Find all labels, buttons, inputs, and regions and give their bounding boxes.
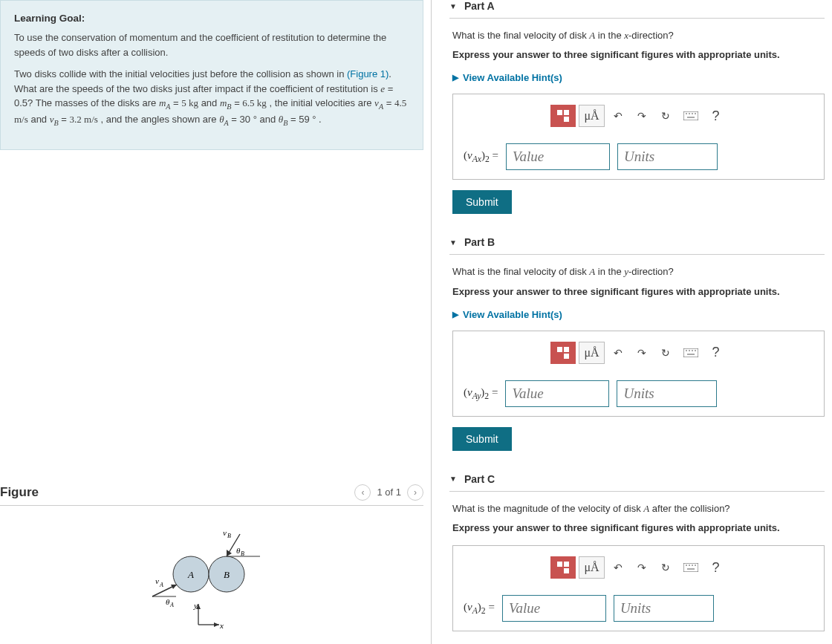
- part-b-question: What is the final velocity of disk A in …: [452, 265, 825, 279]
- reset-button[interactable]: ↻: [655, 556, 676, 579]
- redo-button[interactable]: ↷: [631, 556, 652, 579]
- learning-goal-heading: Learning Goal:: [14, 11, 409, 26]
- svg-rect-35: [564, 354, 569, 359]
- part-b-submit-button[interactable]: Submit: [452, 427, 512, 451]
- part-c-answer-box: μÅ ↶ ↷ ↻ ? (vA)2 =: [452, 545, 825, 631]
- figure-counter: 1 of 1: [377, 487, 401, 498]
- figure-next-button[interactable]: ›: [407, 484, 423, 501]
- figure-heading: Figure: [0, 485, 39, 500]
- part-a-value-input[interactable]: [506, 143, 610, 170]
- figure-image: A B v A θ A v B θ B: [0, 521, 423, 632]
- figure-nav: ‹ 1 of 1 ›: [354, 484, 423, 501]
- units-button[interactable]: μÅ: [579, 342, 604, 364]
- svg-rect-27: [683, 111, 698, 120]
- figure-link[interactable]: (Figure 1): [347, 68, 389, 79]
- redo-button[interactable]: ↷: [631, 342, 652, 364]
- part-a-units-input[interactable]: [617, 143, 718, 170]
- help-button[interactable]: ?: [706, 556, 727, 579]
- svg-text:B: B: [227, 533, 231, 539]
- part-a-title: Part A: [464, 0, 495, 12]
- caret-down-icon: ▼: [449, 238, 457, 247]
- svg-text:A: A: [169, 602, 174, 608]
- figure-prev-button[interactable]: ‹: [354, 484, 371, 501]
- svg-rect-44: [564, 568, 569, 573]
- svg-rect-34: [564, 347, 569, 352]
- units-button[interactable]: μÅ: [579, 556, 604, 579]
- svg-rect-36: [683, 348, 698, 357]
- part-b-title: Part B: [464, 236, 495, 248]
- reset-button[interactable]: ↻: [655, 342, 676, 364]
- svg-text:x: x: [219, 621, 224, 630]
- svg-rect-33: [557, 347, 562, 352]
- part-b-units-input[interactable]: [617, 380, 717, 407]
- template-button[interactable]: [550, 105, 576, 127]
- part-c-units-input[interactable]: [614, 595, 714, 622]
- svg-marker-12: [227, 550, 232, 556]
- learning-goal-box: Learning Goal: To use the conservation o…: [0, 0, 423, 150]
- caret-right-icon: ▶: [452, 73, 458, 82]
- svg-rect-43: [564, 562, 569, 567]
- part-c-header[interactable]: ▼ Part C: [449, 473, 825, 492]
- part-c-value-input[interactable]: [502, 595, 606, 622]
- help-button[interactable]: ?: [706, 342, 727, 364]
- part-a-answer-box: μÅ ↶ ↷ ↻ ? (vAx)2 =: [452, 94, 825, 180]
- caret-right-icon: ▶: [452, 310, 458, 319]
- part-a-directions: Express your answer to three significant…: [452, 48, 825, 62]
- part-a-lhs: (vAx)2 =: [464, 149, 498, 164]
- keyboard-button[interactable]: [679, 342, 703, 364]
- caret-down-icon: ▼: [449, 475, 457, 483]
- svg-marker-21: [214, 622, 219, 627]
- part-c-title: Part C: [464, 473, 495, 485]
- undo-button[interactable]: ↶: [608, 105, 628, 127]
- part-c-question: What is the magnitude of the velocity of…: [452, 502, 825, 515]
- svg-text:B: B: [241, 550, 244, 557]
- part-b-header[interactable]: ▼ Part B: [449, 236, 825, 255]
- undo-button[interactable]: ↶: [608, 556, 628, 579]
- keyboard-button[interactable]: [679, 105, 703, 127]
- part-b-answer-box: μÅ ↶ ↷ ↻ ? (vAy)2 =: [452, 331, 825, 417]
- svg-text:A: A: [187, 569, 194, 580]
- part-b-directions: Express your answer to three significant…: [452, 285, 825, 299]
- template-button[interactable]: [550, 556, 576, 579]
- part-a-header[interactable]: ▼ Part A: [449, 0, 825, 19]
- svg-rect-26: [564, 117, 569, 122]
- svg-text:v: v: [155, 576, 159, 585]
- part-b-lhs: (vAy)2 =: [464, 386, 498, 401]
- svg-text:B: B: [224, 569, 230, 580]
- part-b-value-input[interactable]: [505, 380, 609, 407]
- caret-down-icon: ▼: [449, 2, 457, 10]
- svg-rect-24: [557, 110, 562, 115]
- part-a-hints-toggle[interactable]: ▶ View Available Hint(s): [452, 72, 825, 83]
- help-button[interactable]: ?: [706, 105, 727, 127]
- units-button[interactable]: μÅ: [579, 105, 604, 127]
- redo-button[interactable]: ↷: [631, 105, 652, 127]
- learning-goal-p1: To use the conservation of momentum and …: [14, 30, 409, 59]
- part-b-hints-toggle[interactable]: ▶ View Available Hint(s): [452, 309, 825, 320]
- undo-button[interactable]: ↶: [608, 342, 628, 364]
- svg-rect-45: [683, 563, 698, 572]
- part-a-submit-button[interactable]: Submit: [452, 190, 512, 214]
- svg-text:A: A: [159, 582, 163, 588]
- part-c-lhs: (vA)2 =: [464, 601, 495, 616]
- reset-button[interactable]: ↻: [655, 105, 676, 127]
- learning-goal-p2: Two disks collide with the initial veloc…: [14, 67, 409, 129]
- part-a-question: What is the final velocity of disk A in …: [452, 29, 825, 42]
- svg-text:v: v: [223, 528, 227, 537]
- svg-rect-42: [557, 562, 562, 567]
- svg-rect-25: [564, 110, 569, 115]
- part-c-directions: Express your answer to three significant…: [452, 521, 825, 535]
- template-button[interactable]: [550, 342, 576, 364]
- svg-text:y: y: [193, 601, 198, 610]
- keyboard-button[interactable]: [679, 556, 703, 579]
